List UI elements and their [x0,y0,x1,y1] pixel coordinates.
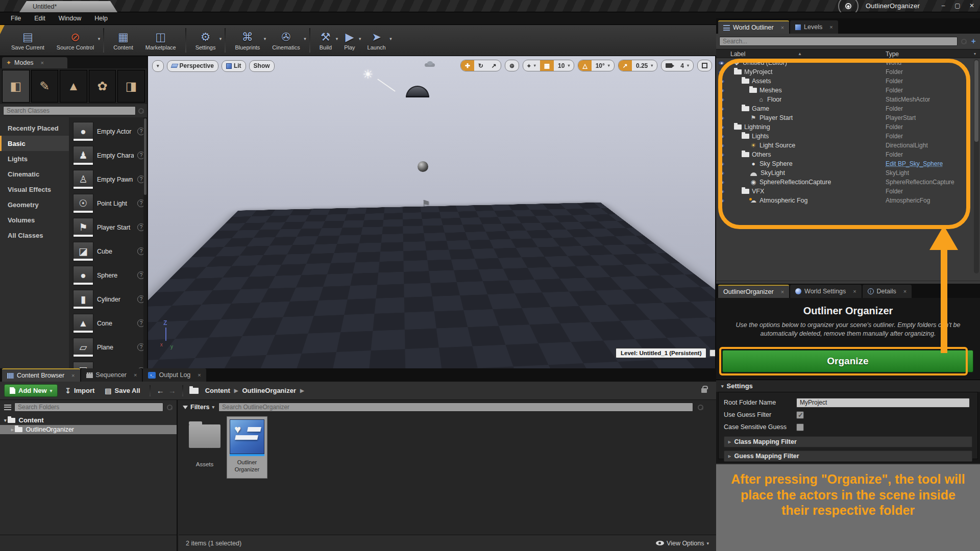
expander-icon[interactable]: ▾ [727,107,742,111]
sources-toggle-icon[interactable] [4,405,11,410]
visibility-eye-icon[interactable] [718,189,725,194]
visibility-eye-icon[interactable] [718,180,725,185]
mode-geometry[interactable]: ◨ [117,70,145,103]
forward-arrow-icon[interactable]: → [168,386,176,395]
grid-snap-value[interactable]: 10▾ [554,60,574,71]
guess-mapping-filter-section[interactable]: ▹ Guess Mapping Filter [724,450,972,462]
table-row[interactable]: ▾ Lights Folder [716,132,980,141]
mode-place[interactable]: ◧ [2,70,30,103]
grid-snap-toggle[interactable]: ▦ [540,60,554,71]
category-lights[interactable]: Lights [0,151,69,166]
rotate-tool-button[interactable]: ↻ [474,60,487,71]
sphere-reflection-capture-sprite[interactable] [418,161,428,172]
expander-icon[interactable]: ▾ [727,70,734,74]
list-item[interactable]: ● Empty Actor ? [69,119,147,143]
table-row[interactable]: ▾ Others Folder [716,150,980,159]
content-tree-selected-folder[interactable]: ▹ OutlineOrganizer [0,425,177,434]
close-icon[interactable]: × [71,372,75,379]
outliner-scrollbar[interactable] [974,59,979,273]
expander-icon[interactable]: ▾ [727,189,742,194]
table-row[interactable]: Player Start PlayerStart [716,113,980,122]
visibility-eye-icon[interactable] [718,116,725,120]
close-icon[interactable]: × [198,372,201,378]
minimize-button[interactable]: – [939,2,947,9]
expander-icon[interactable]: ▾ [727,125,734,130]
table-row[interactable]: ▾ MyProject Folder [716,67,980,77]
table-row[interactable]: SphereReflectionCapture SphereReflection… [716,178,980,187]
tab-sequencer[interactable]: Sequencer × [81,368,142,382]
back-arrow-icon[interactable]: ← [157,386,164,395]
maximize-button[interactable]: ▢ [953,2,962,9]
content-button[interactable]: ▦ Content [107,25,139,56]
close-icon[interactable]: × [829,24,832,30]
close-icon[interactable]: × [781,24,784,31]
cinematics-button[interactable]: ✇ Cinematics ▾ [266,25,306,56]
tab-modes[interactable]: ✦ Modes × [2,57,67,68]
table-row[interactable]: ▾ Untitled (Editor) World [716,58,980,67]
visibility-eye-icon[interactable] [718,134,725,139]
table-row[interactable]: Atmospheric Fog AtmosphericFog [716,196,980,205]
category-visual-effects[interactable]: Visual Effects [0,182,69,197]
visibility-eye-icon[interactable] [718,125,725,130]
tab-outliner-organizer[interactable]: OutlinerOrganizer × [718,285,789,298]
close-icon[interactable]: × [853,288,856,294]
outliner-search-input[interactable] [719,37,958,46]
edit-blueprint-link[interactable]: Edit BP_Sky_Sphere [886,160,943,167]
assets-folder-tile[interactable]: Assets [185,420,225,467]
save-all-button[interactable]: ▤ Save All [102,387,143,395]
tab-output-log[interactable]: ›_ Output Log × [143,368,206,382]
tab-content-browser[interactable]: Content Browser × [2,368,80,382]
scale-tool-button[interactable]: ↗ [487,60,501,71]
class-mapping-filter-section[interactable]: ▹ Class Mapping Filter [724,436,972,447]
visibility-eye-icon[interactable] [718,153,725,157]
list-item[interactable]: ◪ Cube ? [69,239,147,263]
menu-edit[interactable]: Edit [28,15,52,22]
list-item[interactable]: ▮ Cylinder ? [69,287,147,311]
surface-snap-button[interactable]: ⌖▾ [523,60,540,71]
add-new-button[interactable]: Add New ▾ [4,384,58,397]
marketplace-button[interactable]: ◫ Marketplace [139,25,182,56]
breadcrumb-folder[interactable]: OutlineOrganizer [242,387,296,394]
settings-section-header[interactable]: ▾ Settings [716,380,980,392]
expander-icon[interactable]: ▾ [727,153,742,157]
show-dropdown[interactable]: Show [249,60,275,72]
table-row[interactable]: ▾ Meshes Folder [716,86,980,95]
source-control-button[interactable]: ⊘ Source Control ▾ [51,25,100,56]
organize-button[interactable]: Organize [722,350,973,372]
menu-help[interactable]: Help [88,15,114,22]
outliner-organizer-asset[interactable]: ♥ Outliner Organizer [227,416,267,479]
search-folders-input[interactable] [14,403,163,412]
table-row[interactable]: Sky Sphere Edit BP_Sky_Sphere [716,159,980,168]
tab-world-outliner[interactable]: World Outliner × [718,20,789,34]
expander-icon[interactable]: ▾ [4,418,7,423]
menu-file[interactable]: File [4,15,28,22]
play-button[interactable]: ▶ Play ▾ [338,25,361,56]
use-guess-filter-checkbox[interactable] [796,411,804,419]
viewport-options-dropdown[interactable]: ▾ [152,60,164,72]
perspective-dropdown[interactable]: Perspective [167,60,218,72]
document-tab[interactable]: Untitled* [19,1,117,12]
scale-snap-toggle[interactable]: ↗ [619,60,632,71]
mode-foliage[interactable]: ✿ [89,70,116,103]
3d-viewport[interactable]: ☀ ⚑ ▾ Perspective Lit Show ✚ ↻ ↗ ⊕ [148,56,716,368]
visibility-eye-icon[interactable] [718,79,725,84]
visibility-eye-icon[interactable] [718,171,725,176]
search-classes-input[interactable] [3,106,136,115]
list-item[interactable]: ▱ Plane ? [69,335,147,359]
content-view-options[interactable]: View Options ▾ [656,540,709,547]
launch-button[interactable]: ➤ Launch ▾ [361,25,392,56]
category-all-classes[interactable]: All Classes [0,228,69,243]
expander-icon[interactable]: ▾ [727,79,742,84]
mode-landscape[interactable]: ▲ [60,70,87,103]
add-filter-icon[interactable]: ＋ [970,37,977,46]
category-geometry[interactable]: Geometry [0,197,69,212]
skylight-sprite[interactable] [406,86,429,97]
tab-world-settings[interactable]: World Settings × [790,285,862,298]
scale-snap-value[interactable]: 0.25▾ [632,60,657,71]
list-item[interactable]: ☉ Point Light ? [69,191,147,215]
list-item[interactable]: ▲ Cone ? [69,311,147,335]
save-current-button[interactable]: ▤ Save Current [5,25,51,56]
expander-icon[interactable]: ▾ [727,134,742,139]
camera-speed-value[interactable]: 4▾ [676,60,693,71]
visibility-eye-icon[interactable] [718,88,725,93]
